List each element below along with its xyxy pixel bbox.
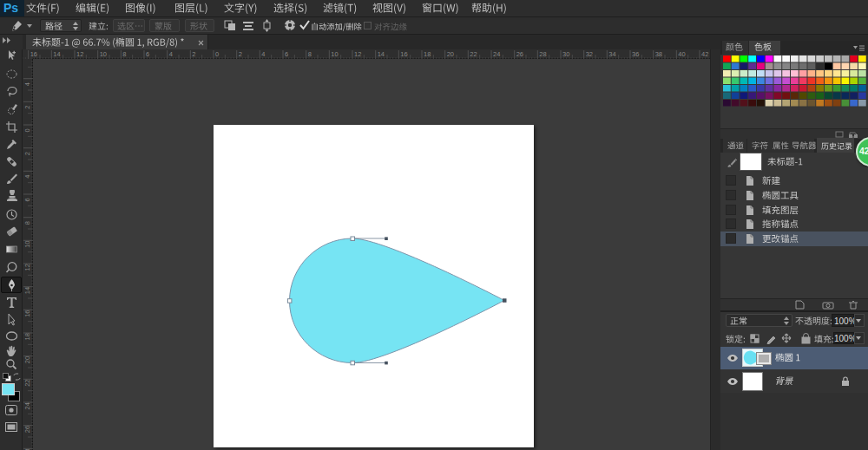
svg-text:10: 10 [331,50,338,58]
svg-text:18: 18 [23,333,31,340]
svg-text:6: 6 [146,50,149,58]
svg-text:14: 14 [53,50,60,58]
svg-text:28: 28 [539,50,546,58]
svg-text:16: 16 [23,310,31,316]
svg-text:36: 36 [632,50,639,58]
svg-text:2: 2 [192,50,195,58]
svg-text:8: 8 [122,50,126,58]
svg-text:10: 10 [23,240,31,247]
svg-text:24: 24 [23,402,31,409]
svg-text:42: 42 [701,50,708,58]
svg-text:12: 12 [354,50,361,58]
svg-text:26: 26 [516,50,523,58]
svg-text:14: 14 [23,287,31,294]
svg-text:12: 12 [23,264,31,271]
svg-text:4: 4 [261,50,265,58]
svg-text:6: 6 [23,198,31,201]
svg-text:24: 24 [493,50,500,58]
svg-text:2: 2 [23,106,31,109]
svg-text:30: 30 [562,50,569,58]
svg-text:2: 2 [23,152,31,155]
svg-text:22: 22 [470,50,477,58]
svg-text:4: 4 [23,175,31,179]
svg-text:14: 14 [378,50,385,58]
svg-text:40: 40 [678,50,685,58]
svg-text:38: 38 [655,50,662,58]
svg-text:2: 2 [239,50,242,58]
svg-text:16: 16 [400,50,407,58]
svg-text:22: 22 [23,379,31,386]
svg-text:20: 20 [447,50,454,58]
svg-text:26: 26 [23,426,31,433]
svg-text:10: 10 [100,50,107,58]
svg-text:4: 4 [23,82,31,86]
svg-text:8: 8 [23,221,31,225]
svg-text:20: 20 [23,356,31,363]
svg-text:32: 32 [586,50,593,58]
svg-text:18: 18 [424,50,431,58]
svg-text:0: 0 [23,128,31,132]
svg-text:12: 12 [76,50,83,58]
svg-text:0: 0 [215,50,219,58]
svg-text:4: 4 [169,50,173,58]
svg-text:34: 34 [608,50,615,58]
svg-text:8: 8 [308,50,312,58]
svg-text:6: 6 [285,50,288,58]
svg-text:16: 16 [30,50,37,58]
